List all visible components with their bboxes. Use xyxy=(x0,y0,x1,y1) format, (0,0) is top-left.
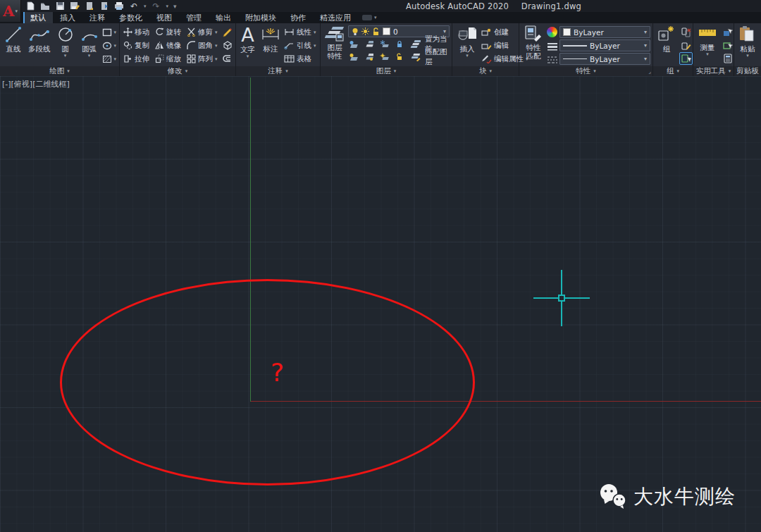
ellipse-tool-button[interactable]: ▾ xyxy=(102,39,117,51)
group-icon xyxy=(657,25,676,44)
redo-dropdown-icon[interactable]: ▾ xyxy=(166,4,169,9)
circle-button[interactable]: 圆 ▾ xyxy=(54,25,77,66)
save-icon[interactable] xyxy=(55,1,65,11)
linetype-dropdown[interactable]: ByLayer ▾ xyxy=(559,53,650,65)
layer-unlock-button[interactable] xyxy=(394,51,405,63)
tab-featured-apps[interactable]: 精选应用 xyxy=(313,12,358,23)
ungroup-button[interactable] xyxy=(679,26,693,39)
paste-button[interactable]: 粘贴 ▾ xyxy=(736,25,759,66)
tab-insert[interactable]: 插入 xyxy=(53,12,82,23)
layer-lock-button[interactable] xyxy=(394,38,405,51)
open-file-icon[interactable] xyxy=(40,1,50,11)
watermark: 大水牛测绘 xyxy=(598,483,736,510)
fillet-button[interactable]: 圆角▾ xyxy=(187,39,218,52)
quick-select-button[interactable] xyxy=(721,26,734,39)
chevron-down-icon[interactable]: ▾ xyxy=(466,54,469,58)
chevron-down-icon[interactable]: ▾ xyxy=(706,52,709,57)
tab-addins[interactable]: 附加模块 xyxy=(238,12,283,23)
tab-annotate[interactable]: 注释 xyxy=(82,12,112,23)
layer-properties-button[interactable]: 图层特性 xyxy=(323,25,347,66)
panel-title-utilities[interactable]: 实用工具▾ xyxy=(693,66,734,76)
text-button[interactable]: A 文字 ▾ xyxy=(238,25,257,66)
properties-dialog-launcher-icon[interactable]: ⌟ xyxy=(648,68,651,75)
chevron-down-icon[interactable]: ▾ xyxy=(746,54,749,58)
tab-manage[interactable]: 管理 xyxy=(179,12,209,23)
layer-unisolate-button[interactable] xyxy=(364,51,375,63)
tab-parametric[interactable]: 参数化 xyxy=(112,12,149,23)
linear-dimension-button[interactable]: 线性▾ xyxy=(284,26,316,38)
chevron-down-icon: ▾ xyxy=(593,68,596,74)
panel-title-modify[interactable]: 修改▾ xyxy=(120,66,235,76)
tab-view[interactable]: 视图 xyxy=(149,12,179,23)
open-web-icon[interactable] xyxy=(85,1,94,11)
tab-home[interactable]: 默认 xyxy=(23,12,53,23)
polyline-button[interactable]: 多段线 xyxy=(26,25,53,66)
panel-title-draw[interactable]: 绘图▾ xyxy=(0,66,119,76)
explode-icon-button[interactable] xyxy=(221,39,234,52)
leader-label: 引线 xyxy=(297,41,311,51)
ribbon-display-toggle[interactable]: ▾ xyxy=(362,12,377,23)
layer-isolate-button[interactable] xyxy=(364,38,375,51)
chevron-down-icon[interactable]: ▾ xyxy=(247,54,249,59)
object-color-dropdown[interactable]: ByLayer ▾ xyxy=(559,26,650,38)
undo-dropdown-icon[interactable]: ▾ xyxy=(144,4,147,9)
group-selection-toggle[interactable] xyxy=(679,52,693,65)
table-button[interactable]: 表格 xyxy=(284,53,316,65)
plot-icon[interactable] xyxy=(114,1,124,11)
select-objects-button[interactable] xyxy=(721,39,734,52)
mirror-label: 镜像 xyxy=(166,41,181,51)
line-button[interactable]: 直线 xyxy=(2,25,25,66)
qat-customize-icon[interactable]: ▾ xyxy=(173,3,177,10)
scale-button[interactable]: 缩放 xyxy=(155,52,181,66)
stretch-button[interactable]: 拉伸 xyxy=(123,52,149,66)
tab-collaborate[interactable]: 协作 xyxy=(283,12,313,23)
array-button[interactable]: 阵列▾ xyxy=(187,52,218,66)
layer-off-button[interactable] xyxy=(348,38,359,51)
drawing-canvas[interactable]: [-][俯视][二维线框] ? 大水牛测绘 xyxy=(0,76,761,532)
lineweight-dropdown[interactable]: ByLayer ▾ xyxy=(559,39,650,51)
copy-button[interactable]: 复制 xyxy=(123,39,149,52)
mirror-button[interactable]: 镜像 xyxy=(155,39,181,52)
arc-button[interactable]: 圆弧 ▾ xyxy=(78,25,101,66)
save-as-icon[interactable] xyxy=(70,1,80,11)
dimension-button[interactable]: 标注 xyxy=(259,25,283,66)
drawn-ellipse[interactable] xyxy=(60,279,475,485)
panel-title-block[interactable]: 块▾ xyxy=(452,66,519,76)
save-web-icon[interactable] xyxy=(99,1,109,11)
join-icon-button[interactable] xyxy=(221,52,234,65)
new-file-icon[interactable] xyxy=(25,1,35,11)
undo-icon[interactable]: ↶ xyxy=(129,1,139,11)
panel-title-group[interactable]: 组▾ xyxy=(653,66,693,76)
layer-on-button[interactable] xyxy=(348,51,359,63)
chevron-down-icon: ▾ xyxy=(644,29,647,35)
redo-icon[interactable]: ↷ xyxy=(151,1,161,11)
hatch-button[interactable]: ▾ xyxy=(102,53,117,65)
trim-button[interactable]: 修剪▾ xyxy=(187,25,218,39)
insert-block-button[interactable]: 插入 ▾ xyxy=(454,25,480,66)
move-button[interactable]: 移动 xyxy=(123,25,149,39)
rectangle-button[interactable]: ▾ xyxy=(102,26,117,38)
rotate-button[interactable]: 旋转 xyxy=(155,25,181,39)
match-layer-button[interactable]: 匹配图层 xyxy=(425,47,450,67)
tab-label: 参数化 xyxy=(119,13,142,23)
tab-output[interactable]: 输出 xyxy=(209,12,238,23)
application-menu-button[interactable]: A ▾ xyxy=(0,0,21,22)
panel-label-text: 组 xyxy=(667,66,674,76)
erase-button[interactable] xyxy=(221,26,234,39)
group-button[interactable]: 组 xyxy=(655,25,678,66)
leader-button[interactable]: 引线▾ xyxy=(284,39,316,51)
viewport-controls[interactable]: [-][俯视][二维线框] xyxy=(2,79,70,89)
panel-title-properties[interactable]: 特性▾ xyxy=(519,66,652,76)
layer-thaw-button[interactable] xyxy=(379,51,390,63)
group-edit-button[interactable] xyxy=(679,39,693,52)
panel-title-layers[interactable]: 图层▾ xyxy=(321,66,452,76)
match-properties-button[interactable]: 特性匹配 xyxy=(521,25,545,66)
panel-title-annotation[interactable]: 注释▾ xyxy=(236,66,320,76)
chevron-down-icon[interactable]: ▾ xyxy=(64,54,67,58)
quick-calc-button[interactable] xyxy=(721,52,734,65)
edit-label: 编辑 xyxy=(494,41,509,51)
chevron-down-icon[interactable]: ▾ xyxy=(88,54,91,58)
layer-freeze-button[interactable] xyxy=(379,38,390,51)
measure-button[interactable]: 测量 ▾ xyxy=(695,25,719,66)
panel-title-clipboard[interactable]: 剪贴板 xyxy=(734,66,761,76)
